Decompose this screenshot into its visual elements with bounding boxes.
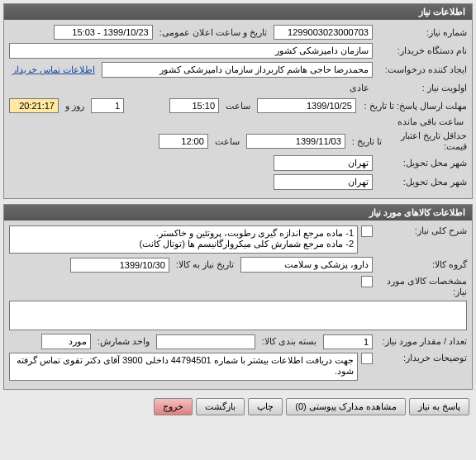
row-desc: شرح کلی نیاز: 1- ماده مرجع اندازه گیری ر… <box>9 225 467 254</box>
lbl-city2: شهر محل تحویل: <box>376 177 467 187</box>
row-validity: حداقل تاریخ اعتبار قیمت: تا تاریخ : 1399… <box>9 130 467 152</box>
row-qty: تعداد / مقدار مورد نیاز: 1 بسته بندی کال… <box>9 334 467 349</box>
lbl-remain: ساعت باقی مانده <box>394 116 467 127</box>
panel1-header: اطلاعات نیاز <box>4 4 472 20</box>
fld-need-no: 1299003023000703 <box>274 25 373 40</box>
fld-validity-time: 12:00 <box>159 134 208 149</box>
lbl-priority: اولویت نیاز : <box>376 83 467 93</box>
row-buyer: نام دستگاه خریدار: سازمان دامپزشکی کشور <box>9 43 467 59</box>
print-button[interactable]: چاپ <box>248 398 283 415</box>
fld-city2: تهران <box>274 174 373 190</box>
need-info-panel: اطلاعات نیاز شماره نیاز: 129900302300070… <box>3 3 473 199</box>
fld-qty: 1 <box>323 334 373 349</box>
lbl-creator: ایجاد کننده درخواست: <box>376 64 467 75</box>
button-bar: پاسخ به نیاز مشاهده مدارک پیوستی (0) چاپ… <box>3 395 473 419</box>
lbl-notes: توضیحات خریدار: <box>376 353 467 363</box>
row-priority: اولویت نیاز : عادی <box>9 81 467 95</box>
link-contact[interactable]: اطلاعات تماس خریدار <box>9 64 98 75</box>
panel2-body: شرح کلی نیاز: 1- ماده مرجع اندازه گیری ر… <box>4 221 472 389</box>
fld-deadline-time: 15:10 <box>169 98 219 113</box>
fld-spec[interactable] <box>9 301 467 330</box>
fld-notes: جهت دریافت اطلاعات بیشتر با شماره 447945… <box>9 353 358 381</box>
fld-time-left: 20:21:17 <box>9 98 59 113</box>
goods-info-panel: اطلاعات کالاهای مورد نیاز شرح کلی نیاز: … <box>3 204 473 390</box>
fld-need-date: 1399/10/30 <box>70 258 169 273</box>
row-city1: شهر محل تحویل: تهران <box>9 155 467 171</box>
fld-creator: محمدرضا حاجی هاشم کاربرداز سازمان دامپزش… <box>102 62 373 78</box>
expand-icon[interactable] <box>361 225 373 237</box>
exit-button[interactable]: خروج <box>154 398 193 415</box>
fld-buyer: سازمان دامپزشکی کشور <box>9 43 373 59</box>
lbl-deadline: مهلت ارسال پاسخ: تا تاریخ : <box>359 101 467 111</box>
lbl-buyer: نام دستگاه خریدار: <box>376 45 467 56</box>
fld-days-left: 1 <box>91 98 124 113</box>
lbl-validity: حداقل تاریخ اعتبار قیمت: <box>388 130 467 152</box>
fld-pkg <box>156 334 255 349</box>
fld-city1: تهران <box>274 155 373 171</box>
lbl-todate: تا تاریخ : <box>349 136 385 147</box>
attachments-button[interactable]: مشاهده مدارک پیوستی (0) <box>286 398 406 415</box>
lbl-time1: ساعت <box>222 101 254 111</box>
expand-icon-2[interactable] <box>361 276 373 287</box>
lbl-spec: مشخصات کالای مورد نیاز: <box>376 276 467 297</box>
back-button[interactable]: بازگشت <box>196 398 245 415</box>
lbl-unit: واحد شمارش: <box>94 336 153 347</box>
fld-validity-date: 1399/11/03 <box>246 134 345 149</box>
lbl-pkg: بسته بندی کالا: <box>259 336 320 347</box>
lbl-time2: ساعت <box>212 136 243 147</box>
lbl-need-no: شماره نیاز: <box>376 27 467 38</box>
panel2-header: اطلاعات کالاهای مورد نیاز <box>4 205 472 221</box>
respond-button[interactable]: پاسخ به نیاز <box>409 398 469 415</box>
fld-group: دارو، پزشکی و سلامت <box>240 257 373 273</box>
lbl-group: گروه کالا: <box>376 259 467 270</box>
fld-unit: مورد <box>41 334 91 349</box>
panel1-body: شماره نیاز: 1299003023000703 تاریخ و ساع… <box>4 20 472 198</box>
row-deadline: مهلت ارسال پاسخ: تا تاریخ : 1399/10/25 س… <box>9 98 467 127</box>
lbl-days: روز و <box>62 101 88 111</box>
row-spec: مشخصات کالای مورد نیاز: <box>9 276 467 330</box>
txt-priority: عادی <box>346 81 373 95</box>
lbl-need-date: تاریخ نیاز به کالا: <box>173 259 237 270</box>
fld-desc: 1- ماده مرجع اندازه گیری رطوبت، پروتئین … <box>9 225 358 254</box>
fld-announce: 1399/10/23 - 15:03 <box>54 25 153 40</box>
fld-deadline-date: 1399/10/25 <box>257 98 356 113</box>
lbl-desc: شرح کلی نیاز: <box>376 225 467 236</box>
row-creator: ایجاد کننده درخواست: محمدرضا حاجی هاشم ک… <box>9 62 467 78</box>
lbl-city1: شهر محل تحویل: <box>376 158 467 168</box>
lbl-qty: تعداد / مقدار مورد نیاز: <box>376 336 467 347</box>
row-notes: توضیحات خریدار: جهت دریافت اطلاعات بیشتر… <box>9 353 467 381</box>
row-city2: شهر محل تحویل: تهران <box>9 174 467 190</box>
lbl-announce: تاریخ و ساعت اعلان عمومی: <box>156 27 270 38</box>
row-group: گروه کالا: دارو، پزشکی و سلامت تاریخ نیا… <box>9 257 467 273</box>
expand-icon-3[interactable] <box>361 353 373 364</box>
row-need-no: شماره نیاز: 1299003023000703 تاریخ و ساع… <box>9 25 467 40</box>
